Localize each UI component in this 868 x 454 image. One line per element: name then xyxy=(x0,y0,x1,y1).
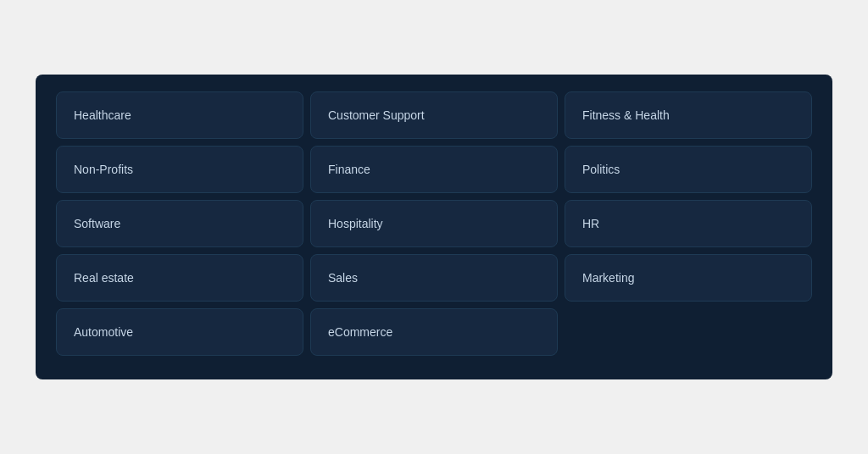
category-item-ecommerce[interactable]: eCommerce xyxy=(310,308,558,356)
categories-grid: HealthcareCustomer SupportFitness & Heal… xyxy=(56,91,812,356)
category-label-healthcare: Healthcare xyxy=(74,108,131,122)
category-label-finance: Finance xyxy=(328,163,370,176)
category-item-customer-support[interactable]: Customer Support xyxy=(310,91,558,139)
category-label-real-estate: Real estate xyxy=(74,271,134,285)
category-item-software[interactable]: Software xyxy=(56,200,303,247)
category-item-healthcare[interactable]: Healthcare xyxy=(56,91,303,139)
category-label-customer-support: Customer Support xyxy=(328,108,425,122)
category-item-sales[interactable]: Sales xyxy=(310,254,558,302)
category-item-marketing[interactable]: Marketing xyxy=(565,254,812,302)
category-item-non-profits[interactable]: Non-Profits xyxy=(56,146,303,193)
category-label-hospitality: Hospitality xyxy=(328,217,383,230)
category-item-real-estate[interactable]: Real estate xyxy=(56,254,303,302)
category-item-finance[interactable]: Finance xyxy=(310,146,558,193)
category-item-fitness-health[interactable]: Fitness & Health xyxy=(565,91,812,139)
category-item-hospitality[interactable]: Hospitality xyxy=(310,200,558,247)
category-item-hr[interactable]: HR xyxy=(565,200,812,247)
category-item-politics[interactable]: Politics xyxy=(565,146,812,193)
category-label-fitness-health: Fitness & Health xyxy=(582,108,670,122)
category-label-politics: Politics xyxy=(582,163,620,176)
category-label-ecommerce: eCommerce xyxy=(328,325,392,339)
category-label-automotive: Automotive xyxy=(74,325,133,339)
category-label-marketing: Marketing xyxy=(582,271,634,285)
empty-cell-r4-c2 xyxy=(565,308,812,356)
category-label-hr: HR xyxy=(582,217,599,230)
categories-container: HealthcareCustomer SupportFitness & Heal… xyxy=(36,75,832,379)
category-item-automotive[interactable]: Automotive xyxy=(56,308,303,356)
category-label-sales: Sales xyxy=(328,271,358,285)
category-label-software: Software xyxy=(74,217,120,230)
category-label-non-profits: Non-Profits xyxy=(74,163,133,176)
